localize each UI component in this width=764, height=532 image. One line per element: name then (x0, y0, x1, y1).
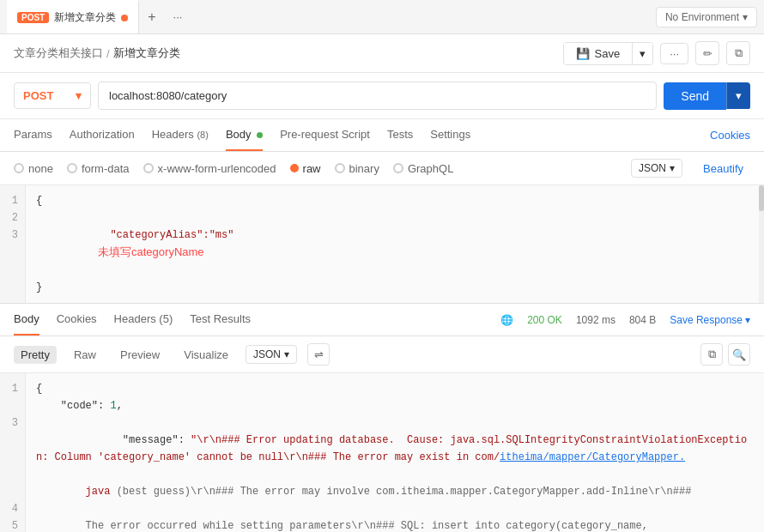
radio-icon (67, 163, 77, 173)
chevron-down-icon: ▾ (76, 89, 82, 102)
tab-params[interactable]: Params (14, 119, 52, 151)
resp-line-num-1: 1 (10, 380, 18, 397)
response-tab-test-results[interactable]: Test Results (190, 304, 251, 336)
cookies-link[interactable]: Cookies (710, 129, 750, 142)
resp-line-num-2 (10, 397, 18, 414)
request-nav-tabs: Params Authorization Headers (8) Body Pr… (0, 119, 764, 152)
radio-icon (143, 163, 154, 173)
env-label: No Environment (665, 11, 739, 23)
tab-pre-request-script[interactable]: Pre-request Script (280, 119, 370, 151)
save-response-label: Save Response (670, 314, 743, 326)
format-tab-pretty[interactable]: Pretty (14, 346, 57, 364)
chevron-down-icon: ▾ (284, 348, 289, 360)
resp-line-code: "code": 1, (36, 397, 754, 414)
resp-line-num-5 (10, 449, 18, 466)
chevron-down-icon: ▾ (670, 162, 675, 174)
body-type-form-data-label: form-data (82, 162, 130, 175)
code-line-3: } (36, 279, 754, 296)
line-num-2: 2 (10, 209, 18, 227)
response-tab-body[interactable]: Body (14, 304, 39, 336)
copy-button[interactable]: ⧉ (726, 41, 750, 65)
code-editor[interactable]: { "categoryAlias":"ms" 未填写categoryName } (26, 185, 764, 303)
send-button-group: Send ▾ (664, 82, 750, 110)
radio-icon (393, 163, 403, 173)
resp-line-num-9: 5 (10, 517, 18, 532)
response-format-selector[interactable]: JSON ▾ (246, 345, 297, 364)
response-size: 804 B (629, 314, 656, 326)
tab-more-button[interactable]: ··· (165, 10, 191, 23)
format-tab-visualize[interactable]: Visualize (177, 346, 235, 364)
body-type-graphql[interactable]: GraphQL (393, 162, 453, 175)
url-input[interactable] (98, 82, 657, 110)
edit-button[interactable]: ✏ (695, 41, 719, 65)
format-tab-raw[interactable]: Raw (67, 346, 103, 364)
tab-tests[interactable]: Tests (387, 119, 413, 151)
tab-post-article[interactable]: POST 新增文章分类 (7, 0, 139, 33)
format-json-label: JSON (253, 348, 281, 360)
breadcrumb-bar: 文章分类相关接口 / 新增文章分类 💾 Save ▾ ··· ✏ ⧉ (0, 34, 764, 73)
resp-line-num-3: 3 (10, 414, 18, 432)
breadcrumb-parent[interactable]: 文章分类相关接口 (14, 45, 103, 61)
format-action-button[interactable]: ⇌ (307, 343, 330, 366)
body-type-form-data[interactable]: form-data (67, 162, 130, 175)
search-response-button[interactable]: 🔍 (728, 343, 750, 366)
response-section: Body Cookies Headers (5) Test Results 🌐 … (0, 304, 764, 532)
format-icon-group: ⧉ 🔍 (700, 343, 750, 366)
chevron-down-icon: ▾ (743, 11, 748, 23)
response-tab-cookies[interactable]: Cookies (57, 304, 97, 336)
beautify-button[interactable]: Beautify (696, 160, 750, 178)
line-num-1: 1 (10, 192, 18, 209)
response-format-bar: Pretty Raw Preview Visualize JSON ▾ ⇌ ⧉ … (0, 336, 764, 373)
method-selector[interactable]: POST ▾ (14, 82, 91, 109)
body-type-none[interactable]: none (14, 162, 53, 175)
save-icon: 💾 (576, 47, 590, 60)
breadcrumb-separator: / (106, 47, 110, 60)
json-format-selector[interactable]: JSON ▾ (631, 159, 682, 178)
radio-icon (14, 163, 24, 173)
send-button[interactable]: Send (664, 82, 726, 110)
body-type-binary-label: binary (349, 162, 379, 175)
breadcrumb-actions: 💾 Save ▾ ··· ✏ ⧉ (563, 41, 750, 65)
send-dropdown-button[interactable]: ▾ (726, 82, 750, 109)
format-tab-preview[interactable]: Preview (113, 346, 167, 364)
json-label: JSON (639, 162, 666, 174)
tab-settings[interactable]: Settings (430, 119, 470, 151)
code-line-2: "categoryAlias":"ms" 未填写categoryName (36, 209, 754, 279)
tab-authorization[interactable]: Authorization (70, 119, 135, 151)
resp-line-message: "message": "\r\n### Error updating datab… (36, 414, 754, 532)
body-type-raw[interactable]: raw (290, 162, 321, 175)
tab-dot (121, 15, 128, 21)
response-nav-bar: Body Cookies Headers (5) Test Results 🌐 … (0, 304, 764, 336)
tab-add-button[interactable]: + (139, 9, 164, 25)
pencil-icon: ✏ (703, 47, 712, 60)
body-type-binary[interactable]: binary (335, 162, 379, 175)
copy-response-button[interactable]: ⧉ (700, 343, 723, 366)
radio-icon (335, 163, 345, 173)
response-line-numbers: 1 3 4 5 (0, 373, 26, 532)
tab-headers[interactable]: Headers (8) (152, 119, 209, 151)
code-line-1: { (36, 192, 754, 209)
method-badge: POST (17, 12, 49, 23)
more-options-button[interactable]: ··· (660, 43, 688, 64)
tab-body[interactable]: Body (226, 119, 263, 151)
environment-selector[interactable]: No Environment ▾ (656, 7, 757, 27)
scrollbar-thumb (759, 185, 764, 211)
resp-line-num-4 (10, 432, 18, 449)
body-type-none-label: none (28, 162, 53, 175)
chevron-down-icon: ▾ (745, 314, 750, 326)
resp-line-num-7 (10, 483, 18, 500)
save-button-group: 💾 Save ▾ (563, 42, 654, 65)
body-type-graphql-label: GraphQL (408, 162, 453, 175)
resp-line-num-8: 4 (10, 500, 18, 517)
tab-bar: POST 新增文章分类 + ··· No Environment ▾ (0, 0, 764, 34)
line-num-3: 3 (10, 227, 18, 244)
save-response-button[interactable]: Save Response ▾ (670, 314, 750, 326)
status-ok: 200 OK (527, 314, 562, 326)
save-dropdown-button[interactable]: ▾ (633, 43, 652, 64)
body-type-urlencoded[interactable]: x-www-form-urlencoded (143, 162, 276, 175)
editor-scrollbar[interactable] (759, 185, 764, 303)
request-body-editor: 1 2 3 { "categoryAlias":"ms" 未填写category… (0, 185, 764, 304)
response-tab-headers[interactable]: Headers (5) (114, 304, 173, 336)
save-button[interactable]: 💾 Save (564, 43, 634, 64)
response-code: { "code": 1, "message": "\r\n### Error u… (26, 373, 764, 532)
